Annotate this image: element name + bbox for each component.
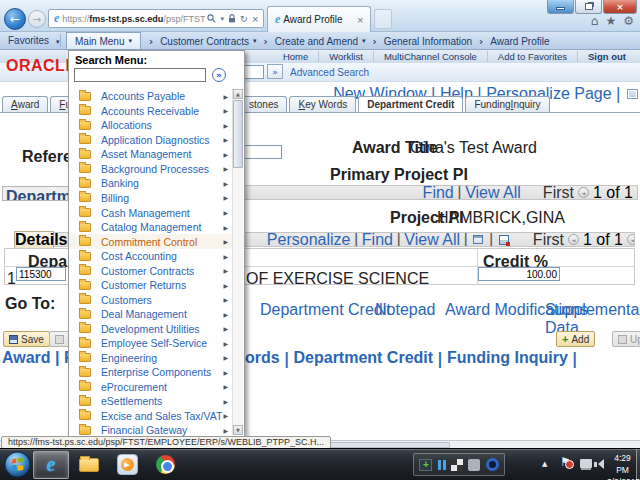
menu-item[interactable]: Cost Accounting ▶ [69,249,244,264]
scrollbar-thumb[interactable] [233,100,243,168]
portal-nav-link[interactable]: Sign out [577,51,640,62]
menu-item[interactable]: Customers ▶ [69,292,244,307]
taskbar-explorer-button[interactable] [71,451,107,479]
view-all-link[interactable]: View All [465,185,521,200]
tray-icon-pause[interactable] [438,460,446,470]
scroll-up-icon[interactable]: ▲ [233,89,243,99]
portal-nav-link[interactable]: Home [273,51,318,62]
taskbar-media-player-button[interactable]: ▶ [109,451,145,479]
goto-link[interactable]: Notepad [375,301,436,319]
credit-percent-input[interactable] [478,267,560,281]
tab-close-icon[interactable]: × [354,15,366,25]
back-button[interactable]: ← [4,8,26,30]
menu-item[interactable]: Application Diagnostics ▶ [69,133,244,148]
page-tab[interactable]: Funding Inquiry [465,96,549,112]
main-menu-button[interactable]: Main Menu▾ [66,32,141,50]
restore-button[interactable] [575,0,602,14]
find-link[interactable]: Find [423,185,454,200]
home-icon[interactable]: ⌂ [591,14,599,28]
network-icon[interactable] [580,459,592,468]
browser-tab[interactable]: e Award Profile × [267,6,371,32]
portal-nav-link[interactable]: MultiChannel Console [373,51,487,62]
breadcrumb-item[interactable]: ›Create and Amend▾ [257,36,366,47]
bottom-links-left[interactable]: Award | Funding | [2,349,68,367]
tray-expand-icon[interactable]: ▲ [542,460,547,468]
bottom-link[interactable]: Department Credit| [294,349,447,368]
start-button[interactable] [4,451,31,478]
menu-item[interactable]: Catalog Management ▶ [69,220,244,235]
menu-item[interactable]: Allocations ▶ [69,118,244,133]
menu-item[interactable]: Engineering ▶ [69,351,244,366]
previous-row-icon[interactable]: ◄ [568,234,579,245]
menu-item[interactable]: Development Utilities ▶ [69,322,244,337]
add-button[interactable]: +Add [556,331,595,347]
menu-item[interactable]: Excise and Sales Tax/VAT IND ▶ [69,409,244,424]
stop-icon[interactable]: × [251,14,259,24]
taskbar-clock[interactable]: 4:29 PM3/2/2015 [607,452,638,480]
menu-item[interactable]: Banking ▶ [69,176,244,191]
show-desktop-button[interactable] [636,449,640,480]
menu-item[interactable]: Accounts Payable ▶ [69,89,244,104]
menu-item[interactable]: Cash Management ▶ [69,205,244,220]
tray-icon-checkered[interactable] [451,459,463,471]
page-tab[interactable]: stones [240,96,287,112]
page-tab[interactable]: Key Words [289,96,356,112]
find-link[interactable]: Find [362,232,393,247]
portal-search-go-button[interactable]: » [267,64,283,79]
scroll-down-icon[interactable]: ▼ [233,425,243,435]
previous-row-icon[interactable]: ◄ [578,187,589,198]
taskbar-chrome-button[interactable] [147,451,183,479]
bottom-link[interactable]: Funding Inquiry| [447,349,582,368]
goto-link[interactable]: Department Credit [260,301,391,319]
close-window-button[interactable]: × [603,0,637,14]
menu-item[interactable]: eSettlements ▶ [69,394,244,409]
menu-item[interactable]: Employee Self-Service ▶ [69,336,244,351]
menu-search-input[interactable] [74,68,206,82]
new-tab-button[interactable] [374,9,392,29]
tray-icon-gray-square[interactable] [468,459,480,471]
refresh-icon[interactable]: ↻ [240,14,248,24]
menu-item[interactable]: Billing ▶ [69,191,244,206]
view-all-link[interactable]: View All [404,232,460,247]
search-icon[interactable]: ▾ [207,14,224,23]
menu-scrollbar[interactable]: ▲ ▼ [232,89,243,435]
zoom-grid-icon[interactable] [473,235,483,244]
tools-gear-icon[interactable]: ⚙ [623,14,634,28]
download-grid-icon[interactable] [499,235,509,245]
favorites-star-icon[interactable]: ★ [605,14,616,28]
forward-button[interactable]: → [28,10,46,28]
personalize-layout-icon[interactable] [627,89,638,99]
page-tab[interactable]: Award [2,96,48,112]
action-center-flag-icon[interactable]: ⚑ [560,455,571,469]
bottom-link[interactable]: ords| [245,349,294,368]
menu-item[interactable]: Background Processes ▶ [69,162,244,177]
menu-item[interactable]: Customer Returns ▶ [69,278,244,293]
menu-item[interactable]: Accounts Receivable ▶ [69,104,244,119]
portal-nav-link[interactable]: Add to Favorites [487,51,577,62]
portal-nav-link[interactable]: Worklist [318,51,373,62]
menu-item[interactable]: Customer Contracts ▶ [69,263,244,278]
menu-item[interactable]: eProcurement ▶ [69,380,244,395]
breadcrumb-item[interactable]: ›Award Profile▾ [472,36,549,47]
details-grid-tab[interactable]: Details [14,231,54,248]
minimize-button[interactable] [547,0,574,14]
department-input[interactable] [16,267,66,281]
tray-icon-blue-ring[interactable] [486,458,499,471]
menu-item[interactable]: Asset Management ▶ [69,147,244,162]
tray-icon-green-plus[interactable]: + [419,459,432,471]
personalize-link[interactable]: Personalize [267,232,351,247]
taskbar-ie-button[interactable]: e [33,451,69,479]
menu-item[interactable]: Commitment Control ▶ [69,234,244,249]
page-tab[interactable]: Department Credit [358,96,463,112]
favorites-menu[interactable]: Favorites ▾ [8,35,59,46]
menu-item[interactable]: Enterprise Components ▶ [69,365,244,380]
speaker-icon[interactable] [598,459,604,469]
advanced-search-link[interactable]: Advanced Search [290,67,369,78]
save-button[interactable]: Save [3,331,50,347]
breadcrumb-item[interactable]: ›Customer Contracts▾ [142,36,257,47]
update-display-button[interactable]: Updat [612,331,640,347]
breadcrumb-item[interactable]: ›General Information▾ [366,36,473,47]
menu-item[interactable]: Deal Management ▶ [69,307,244,322]
menu-search-go-button[interactable]: » [212,68,226,82]
next-row-icon[interactable]: ◄ [627,234,635,245]
